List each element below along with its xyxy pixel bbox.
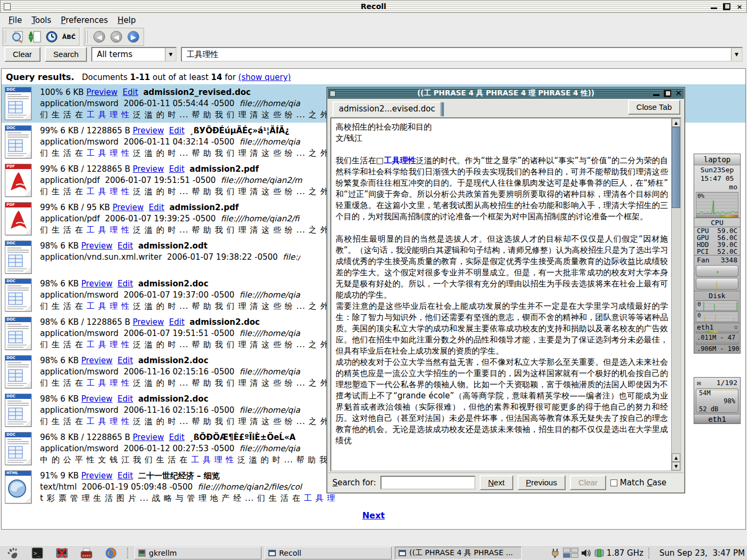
next-page-link[interactable]: Next [362, 510, 385, 521]
next-page-icon[interactable]: ▶ [125, 29, 141, 44]
find-clear-button[interactable]: Clear [570, 475, 606, 490]
terminal-launcher-icon[interactable]: >_ [27, 547, 48, 559]
taskbar-button[interactable]: ((工 PHRASE 4 具 PHRASE ... [395, 547, 522, 559]
cpufreq-battery-icon[interactable] [594, 548, 604, 558]
minimize-icon[interactable] [653, 90, 660, 97]
edit-link[interactable]: Edit [169, 433, 185, 442]
show-query-link[interactable]: (show query) [239, 73, 291, 82]
preview-link[interactable]: Preview [133, 164, 164, 174]
edit-link[interactable]: Edit [169, 164, 185, 174]
taskbar-clock[interactable]: Sun Sep 23, 3:47 PM [655, 548, 745, 558]
taskbar-button[interactable]: gkrellm [134, 547, 261, 559]
edit-link[interactable]: Edit [149, 203, 164, 212]
edit-link[interactable]: Edit [169, 126, 185, 135]
close-icon[interactable]: ✕ [675, 90, 682, 97]
result-meta-line: application/msword 2006-01-11 05:54:44 -… [40, 98, 340, 109]
net-tx: .906M - 190 [694, 345, 740, 353]
preview-link[interactable]: Preview [133, 433, 164, 442]
gnome-menu-icon[interactable] [2, 547, 23, 559]
edit-link[interactable]: Edit [117, 279, 133, 289]
menu-tools[interactable]: Tools [27, 14, 55, 26]
volume-icon[interactable] [581, 548, 592, 558]
prev-page-icon[interactable]: ◀ [108, 29, 124, 44]
clear-button[interactable]: Clear [4, 47, 41, 62]
search-button[interactable]: Search [45, 47, 88, 62]
taskbar-button[interactable]: Recoll [265, 547, 392, 559]
edit-link[interactable]: Edit [117, 471, 133, 481]
disk-write-chart[interactable]: 0 [696, 311, 738, 322]
firefox-launcher-icon[interactable] [100, 547, 122, 559]
query-history-icon[interactable] [10, 29, 26, 44]
scrollbar[interactable]: ▲ ▲ ▼ [671, 118, 680, 470]
main-titlebar[interactable]: Recoll × [0, 0, 747, 13]
menu-file[interactable]: File [4, 14, 26, 26]
menu-preferences[interactable]: Preferences [57, 14, 112, 26]
preview-text[interactable]: 高校招生的社会功能和目的文/钱江我们生活在□工具理性泛滥的时代。作为“世之显学”… [331, 118, 671, 470]
result-meta-line: application/msword 2006-01-12 00:27:53 -… [40, 443, 340, 454]
scroll-up-icon[interactable]: ▲ [672, 453, 680, 462]
edit-link[interactable]: Edit [123, 87, 138, 97]
net-rx: .011M - 47 [694, 333, 740, 342]
result-snippet: t 彩 票 管 理 生 活 图 片 ... 战 略 与 管 理 地 产 经 ..… [40, 493, 336, 504]
checkbox-icon[interactable] [610, 479, 617, 486]
minimize-icon[interactable] [710, 3, 718, 10]
preview-link[interactable]: Preview [133, 317, 164, 327]
mail-row[interactable]: ✉1/192 [694, 378, 740, 387]
result-filename: admission2_revised.doc [143, 87, 251, 97]
preview-link[interactable]: Preview [81, 241, 112, 251]
fan-chart2[interactable] [696, 278, 738, 290]
result-meta-line: application/msword 2006-01-07 19:37:00 -… [40, 290, 340, 301]
match-case-checkbox[interactable]: Match Case [610, 478, 666, 487]
preview-link[interactable]: Preview [81, 471, 112, 481]
find-previous-button[interactable]: Previous [518, 475, 566, 490]
sort-params-icon[interactable] [27, 29, 43, 44]
toolbar-grip[interactable] [4, 30, 7, 43]
power-plug-icon[interactable] [551, 548, 560, 558]
edit-link[interactable]: Edit [117, 241, 133, 251]
preview-titlebar[interactable]: ((工 PHRASE 4 具 PHRASE 4 理 PHRASE 4 性)) ✕ [328, 88, 684, 99]
preview-search-input[interactable] [380, 476, 475, 490]
close-tab-button[interactable]: Close Tab [628, 100, 680, 115]
cpu-chart[interactable]: 0% [696, 192, 738, 214]
scrollbar-thumb[interactable] [672, 127, 680, 208]
edit-link[interactable]: Edit [117, 394, 133, 404]
doc-history-clock-icon[interactable] [44, 29, 60, 44]
preview-link[interactable]: Preview [133, 126, 164, 135]
result-meta-line: application/pdf 2006-01-07 19:39:25 -050… [40, 213, 340, 225]
maximize-icon[interactable] [723, 3, 730, 10]
doc-total: 14 [211, 73, 222, 82]
chevron-down-icon[interactable]: ▼ [731, 48, 742, 61]
doc-file-icon: DOC [5, 278, 35, 312]
maximize-icon[interactable] [664, 90, 671, 97]
preview-link[interactable]: Preview [81, 356, 112, 365]
temp-pci: PCI52.0C [694, 248, 740, 255]
term-explorer-icon[interactable]: ÅBĈ [61, 29, 77, 44]
workspace-pager[interactable] [563, 548, 578, 558]
disk-read-chart[interactable]: 0 [696, 300, 738, 311]
edit-link[interactable]: Edit [117, 356, 133, 365]
result-title-line: 96% 8 KB / 1228865 B Preview Edit ¸ßÕÐÖÆ… [40, 432, 340, 443]
tab-edge [441, 102, 444, 116]
typewriter-launcher-icon[interactable] [76, 547, 97, 559]
preview-link[interactable]: Preview [113, 203, 144, 212]
preview-tab[interactable]: admission2...evised.doc [332, 101, 441, 116]
first-page-icon[interactable]: ◀ [91, 29, 107, 44]
disk-section-label: Disk [694, 291, 740, 300]
fan-chart[interactable] [696, 265, 738, 277]
query-input[interactable]: 工具理性 ▼ [181, 47, 743, 62]
close-icon[interactable]: × [736, 3, 743, 10]
scroll-down-icon[interactable]: ▼ [672, 462, 680, 470]
scroll-up-icon[interactable]: ▲ [672, 118, 680, 127]
edit-link[interactable]: Edit [169, 317, 185, 327]
menu-help[interactable]: Help [113, 14, 140, 26]
window-title: Recoll [1, 2, 746, 11]
force-quit-icon[interactable] [51, 547, 73, 559]
find-next-button[interactable]: Next [480, 475, 513, 490]
gkrellm-monitor[interactable]: laptop Sun23Sep 15:47 05 mo 0% CPU CPU59… [694, 154, 741, 424]
chevron-down-icon[interactable]: ▼ [165, 48, 176, 61]
preview-link[interactable]: Preview [81, 394, 112, 404]
toolbar-grip[interactable] [85, 30, 89, 43]
preview-link[interactable]: Preview [86, 87, 117, 97]
preview-link[interactable]: Preview [81, 279, 112, 289]
search-mode-select[interactable]: All terms ▼ [91, 47, 177, 62]
